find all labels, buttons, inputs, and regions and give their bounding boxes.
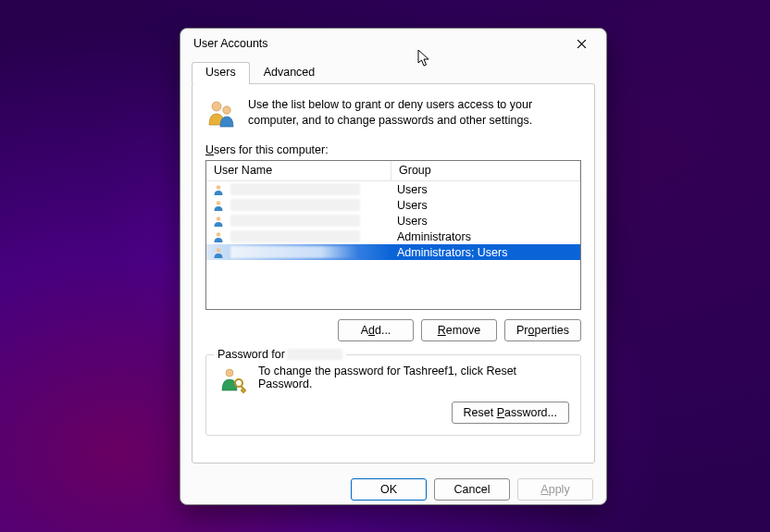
users-listview[interactable]: User Name Group Users Users — [205, 160, 581, 310]
svg-point-5 — [217, 232, 221, 237]
redacted-username — [287, 349, 342, 360]
desktop-background: User Accounts Users Advanced — [0, 0, 770, 532]
svg-point-6 — [217, 248, 221, 253]
key-user-icon — [217, 365, 247, 394]
users-icon — [205, 97, 237, 129]
password-legend: Password for — [214, 348, 346, 361]
svg-point-0 — [212, 102, 221, 111]
redacted-username — [230, 230, 360, 242]
titlebar: User Accounts — [180, 29, 606, 58]
cell-group: Users — [391, 213, 580, 229]
svg-point-3 — [217, 201, 221, 205]
password-groupbox: Password for To change the p — [205, 354, 581, 436]
close-button[interactable] — [564, 31, 599, 56]
cell-group: Administrators; Users — [391, 244, 580, 260]
column-header-group[interactable]: Group — [391, 161, 580, 180]
svg-point-7 — [226, 369, 233, 377]
listview-header: User Name Group — [206, 161, 580, 181]
tab-users-label: Users — [205, 66, 236, 79]
svg-point-1 — [223, 106, 230, 114]
info-row: Use the list below to grant or deny user… — [205, 93, 581, 138]
redacted-username — [230, 215, 360, 227]
list-item-selected[interactable]: Administrators; Users — [206, 244, 580, 260]
user-icon — [212, 215, 225, 228]
client-area: Users Advanced Use the list below to gra… — [180, 58, 606, 471]
cancel-button[interactable]: Cancel — [434, 478, 510, 501]
dialog-footer: OK Cancel Apply — [180, 471, 606, 504]
svg-point-4 — [217, 217, 221, 221]
list-item[interactable]: Users — [206, 181, 580, 197]
tab-strip: Users Advanced — [192, 62, 595, 84]
column-header-username[interactable]: User Name — [206, 161, 391, 180]
ok-button[interactable]: OK — [351, 478, 427, 501]
apply-button: Apply — [517, 478, 593, 501]
info-text: Use the list below to grant or deny user… — [248, 97, 581, 129]
tab-users[interactable]: Users — [192, 62, 250, 84]
user-icon — [212, 183, 225, 196]
user-icon — [212, 199, 225, 212]
tab-advanced[interactable]: Advanced — [250, 62, 329, 84]
properties-button[interactable]: Properties — [504, 319, 581, 341]
users-list-label: Users for this computer: — [205, 143, 581, 156]
user-icon — [212, 230, 225, 243]
redacted-username — [230, 183, 360, 195]
list-item[interactable]: Users — [206, 213, 580, 229]
svg-point-2 — [217, 185, 221, 190]
list-buttons-row: Add... Remove Properties — [205, 319, 581, 341]
user-icon — [212, 246, 225, 259]
cell-group: Users — [391, 197, 580, 213]
remove-button[interactable]: Remove — [421, 319, 497, 341]
cell-group: Users — [391, 181, 580, 197]
redacted-username — [230, 246, 360, 258]
add-button[interactable]: Add... — [338, 319, 414, 341]
window-title: User Accounts — [193, 37, 564, 50]
list-item[interactable]: Administrators — [206, 229, 580, 244]
listview-rows: Users Users Users Administrators — [206, 181, 580, 309]
user-accounts-dialog: User Accounts Users Advanced — [180, 28, 607, 505]
close-icon — [577, 39, 587, 49]
tab-advanced-label: Advanced — [264, 66, 316, 79]
cell-group: Administrators — [391, 229, 580, 244]
password-text: To change the password for Tashreef1, cl… — [258, 365, 569, 390]
tab-panel-users: Use the list below to grant or deny user… — [192, 83, 595, 464]
list-item[interactable]: Users — [206, 197, 580, 213]
redacted-username — [230, 199, 360, 211]
reset-password-button[interactable]: Reset Password... — [452, 402, 569, 424]
